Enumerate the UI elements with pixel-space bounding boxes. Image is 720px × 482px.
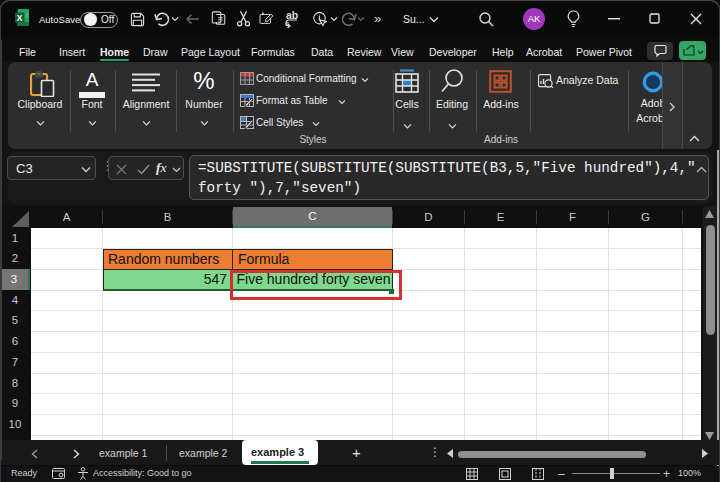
svg-text:c: c [285, 19, 289, 28]
svg-text:X: X [17, 13, 23, 23]
